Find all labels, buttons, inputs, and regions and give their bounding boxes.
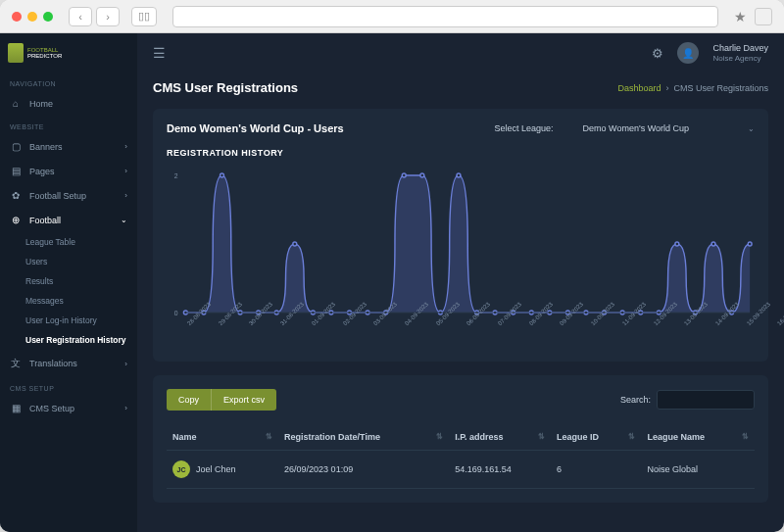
chart-panel: Demo Women's World Cup - Users Select Le… (153, 109, 768, 362)
chevron-down-icon: ⌄ (121, 216, 127, 224)
nav-banners[interactable]: ▢Banners› (0, 134, 137, 159)
users-table-panel: Copy Export csv Search: Name⇅Registratio… (153, 375, 768, 503)
svg-point-31 (748, 242, 752, 246)
minimize-window-icon[interactable] (27, 12, 37, 22)
nav-football-setup[interactable]: ✿Football Setup› (0, 183, 137, 208)
bookmark-star-icon[interactable]: ★ (734, 9, 747, 24)
svg-text:0: 0 (174, 310, 178, 316)
nav-sub-users[interactable]: Users (0, 252, 137, 271)
panel-title: Demo Women's World Cup - Users (167, 122, 344, 134)
chevron-right-icon: › (124, 404, 127, 412)
image-icon: ▢ (10, 141, 22, 152)
user-info: Charlie Davey Noise Agency (712, 43, 768, 63)
topbar: ☰ ⚙ 👤 Charlie Davey Noise Agency (137, 33, 784, 73)
pages-icon: ▤ (10, 166, 22, 176)
table-header[interactable]: I.P. address⇅ (449, 424, 551, 451)
browser-forward-button[interactable]: › (96, 7, 120, 26)
breadcrumb-current: CMS User Registrations (673, 83, 768, 93)
svg-text:2: 2 (174, 172, 178, 179)
browser-chrome-bar: ‹ › ▯▯ ★ (0, 0, 784, 33)
table-header[interactable]: Registration Date/Time⇅ (278, 424, 449, 451)
hamburger-icon[interactable]: ☰ (153, 45, 166, 61)
nav-translations[interactable]: 文Translations› (0, 350, 137, 377)
chevron-right-icon: › (124, 142, 127, 151)
chart-x-axis: 28-08-202329-08-202330-08-202331-08-2023… (167, 322, 755, 348)
table-row[interactable]: JCJoel Chen 26/09/2023 01:0954.169.161.5… (167, 451, 755, 489)
chevron-right-icon: › (124, 360, 127, 368)
nav-cms-setup[interactable]: ▦CMS Setup› (0, 396, 137, 420)
browser-url-bar[interactable] (172, 6, 718, 27)
translate-icon: 文 (10, 357, 22, 370)
browser-tabs-button[interactable] (755, 8, 772, 25)
breadcrumb: Dashboard › CMS User Registrations (617, 83, 768, 93)
window-controls (12, 12, 53, 22)
x-tick-label: 16-09-2023 (776, 301, 784, 340)
row-avatar: JC (172, 460, 190, 478)
football-icon: ⊕ (10, 215, 22, 225)
table-header[interactable]: Name⇅ (167, 424, 278, 451)
user-avatar[interactable]: 👤 (677, 42, 699, 64)
copy-button[interactable]: Copy (167, 389, 211, 411)
maximize-window-icon[interactable] (43, 12, 53, 22)
league-select[interactable]: Demo Women's World Cup ⌄ (583, 123, 755, 133)
search-label: Search: (620, 395, 651, 405)
export-csv-button[interactable]: Export csv (211, 389, 276, 411)
breadcrumb-root[interactable]: Dashboard (617, 83, 661, 93)
table-header[interactable]: League ID⇅ (551, 424, 641, 451)
logo-text: FOOTBALLPREDICTOR (27, 47, 62, 59)
svg-point-15 (457, 173, 461, 177)
svg-point-29 (711, 242, 715, 246)
user-org: Noise Agency (712, 54, 768, 64)
search-input[interactable] (657, 390, 755, 410)
browser-back-button[interactable]: ‹ (69, 7, 92, 26)
sidebar: FOOTBALLPREDICTOR NAVIGATION ⌂Home WEBSI… (0, 33, 137, 532)
registration-chart: 02 (167, 166, 755, 322)
svg-point-13 (420, 173, 424, 177)
browser-sidebar-button[interactable]: ▯▯ (131, 7, 157, 26)
setup-icon: ✿ (10, 190, 22, 201)
table-header[interactable]: League Name⇅ (641, 424, 755, 451)
nav-sub-registration-history[interactable]: User Registration History (0, 330, 137, 350)
svg-point-2 (220, 173, 224, 177)
settings-gear-icon[interactable]: ⚙ (652, 46, 663, 61)
logo: FOOTBALLPREDICTOR (0, 33, 137, 73)
chart-title: REGISTRATION HISTORY (167, 148, 755, 158)
page-title: CMS User Registrations (153, 80, 298, 95)
user-name: Charlie Davey (712, 43, 768, 54)
nav-section-website: WEBSITE (0, 120, 137, 134)
nav-section-navigation: NAVIGATION (0, 76, 137, 91)
nav-sub-messages[interactable]: Messages (0, 291, 137, 311)
cms-icon: ▦ (10, 403, 22, 413)
nav-section-cms-setup: CMS SETUP (0, 381, 137, 396)
close-window-icon[interactable] (12, 12, 22, 22)
svg-point-12 (402, 173, 406, 177)
chevron-down-icon: ⌄ (748, 124, 755, 133)
svg-point-6 (293, 242, 297, 246)
league-select-label: Select League: (495, 123, 554, 133)
home-icon: ⌂ (10, 98, 22, 109)
nav-pages[interactable]: ▤Pages› (0, 159, 137, 183)
logo-icon (8, 43, 24, 63)
users-table: Name⇅Registration Date/Time⇅I.P. address… (167, 424, 755, 489)
chevron-right-icon: › (124, 167, 127, 175)
nav-sub-results[interactable]: Results (0, 271, 137, 291)
svg-point-27 (675, 242, 679, 246)
nav-sub-login-history[interactable]: User Log-in History (0, 311, 137, 330)
nav-home[interactable]: ⌂Home (0, 91, 137, 116)
nav-sub-league-table[interactable]: League Table (0, 232, 137, 252)
nav-football[interactable]: ⊕Football⌄ (0, 208, 137, 232)
chevron-right-icon: › (124, 191, 127, 200)
